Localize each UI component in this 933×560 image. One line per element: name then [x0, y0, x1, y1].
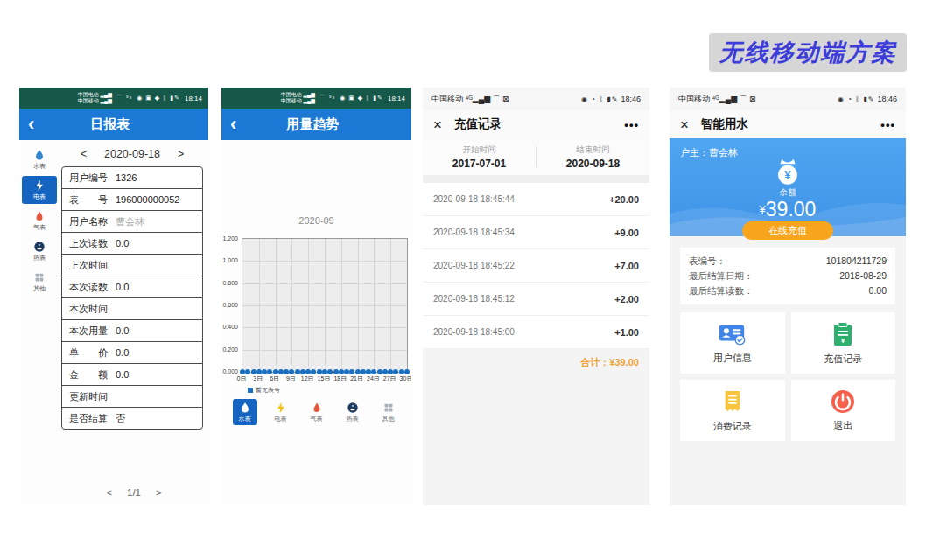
more-icon[interactable]: ••• — [880, 118, 895, 131]
other-meter-icon — [382, 402, 395, 414]
status-icons: ◉ ◔ ᛒ ▮✎ — [838, 95, 874, 103]
total-label: 合计： — [580, 356, 609, 369]
sidebar-item-electric[interactable]: 电表 — [22, 176, 57, 204]
svg-text:¥: ¥ — [784, 168, 791, 181]
app-bar: ‹ 用量趋势 — [221, 108, 411, 140]
gas-meter-icon — [33, 210, 46, 222]
info-row: 最后结算读数：0.00 — [689, 284, 887, 298]
sidebar-item-other[interactable]: 其他 — [22, 268, 57, 296]
field-label: 是否结算 — [69, 412, 108, 425]
recharge-time: 2020-09-18 18:45:44 — [433, 194, 515, 204]
recharge-time: 2020-09-18 18:45:00 — [433, 327, 515, 337]
report-table: 用户编号1326表 号196000000052用户名称曹会林上次读数0.0上次时… — [61, 166, 203, 430]
owner-name: 户主：曹会林 — [680, 146, 738, 159]
electric-meter-icon — [275, 402, 287, 414]
close-icon[interactable]: × — [433, 117, 442, 132]
start-date-picker[interactable]: 开始时间 2017-07-01 — [423, 138, 536, 175]
back-icon[interactable]: ‹ — [230, 115, 236, 134]
prev-date-button[interactable]: < — [81, 148, 87, 160]
table-row: 本次读数0.0 — [62, 276, 202, 298]
meter-type-sidebar: 水表电表气表热表其他 — [19, 140, 60, 505]
page-heading: 充值记录 — [454, 116, 502, 132]
x-axis-labels: 0日3日6日9日12日15日18日21日24日27日30日 — [242, 374, 406, 383]
recharge-amount: +9.00 — [614, 228, 639, 238]
more-icon[interactable]: ••• — [624, 118, 639, 131]
field-value: 0.0 — [116, 238, 129, 248]
field-label: 表 号 — [69, 193, 108, 206]
total-row: 合计： ¥39.00 — [423, 349, 649, 375]
table-row: 金 额0.0 — [62, 363, 202, 385]
recharge-amount: +1.00 — [614, 327, 639, 338]
sidebar-item-heat[interactable]: 热表 — [22, 237, 57, 265]
clock: 18:46 — [877, 94, 897, 103]
tile-recharge[interactable]: ¥充值记录 — [791, 312, 896, 374]
field-value: 0.0 — [116, 326, 129, 336]
legend-swatch — [248, 388, 253, 393]
tile-label: 用户信息 — [713, 352, 752, 365]
recharge-record-icon: ¥ — [831, 321, 854, 347]
recharge-time: 2020-09-18 18:45:12 — [433, 294, 515, 304]
table-row: 用户名称曹会林 — [62, 210, 202, 232]
field-label: 用户名称 — [69, 215, 108, 228]
heat-meter-icon — [33, 241, 46, 253]
table-row: 本次时间 — [62, 298, 202, 319]
field-label: 用户编号 — [69, 172, 108, 185]
recharge-amount: +20.00 — [609, 194, 639, 205]
close-icon[interactable]: × — [680, 117, 689, 132]
tab-gas[interactable]: 气表 — [305, 399, 329, 425]
divider — [423, 175, 649, 183]
sidebar-item-water[interactable]: 水表 — [22, 145, 57, 173]
table-row: 用户编号1326 — [62, 167, 202, 188]
info-label: 最后结算读数： — [689, 284, 754, 298]
sidebar-item-gas[interactable]: 气表 — [22, 206, 57, 234]
exit-icon — [831, 389, 855, 414]
signal-wifi-icons: ⌒ ⁵³ — [319, 94, 335, 102]
pagination: < 1/1 > — [60, 487, 208, 498]
recharge-amount: +2.00 — [614, 294, 639, 304]
total-value: ¥39.00 — [609, 357, 639, 368]
chart-title: 2020-09 — [221, 215, 411, 226]
info-value: 2018-08-29 — [839, 269, 887, 284]
back-icon[interactable]: ‹ — [28, 115, 34, 134]
canvas: 无线移动端方案 中国电信 ▂▄▆ 中国移动 ▂▄▆ ⌒ ⁵³ ◉ ▣ ◆ ᛒ ▮… — [0, 0, 933, 560]
table-row: 本次用量0.0 — [62, 319, 202, 341]
online-recharge-button[interactable]: 在线充值 — [742, 221, 833, 240]
next-page-button[interactable]: > — [156, 487, 162, 498]
other-meter-icon — [33, 271, 46, 284]
field-label: 本次读数 — [69, 281, 108, 294]
tab-electric[interactable]: 电表 — [269, 399, 293, 425]
gas-meter-icon — [311, 402, 323, 414]
info-value: 0.00 — [869, 284, 887, 298]
page-indicator: 1/1 — [127, 487, 141, 498]
field-value: 1326 — [116, 172, 137, 183]
legend-label: 暂无表号 — [256, 386, 280, 395]
chart-area: 2020-09 1.2001.0000.8000.6000.4000.2000.… — [221, 140, 411, 505]
meter-info-card: 表编号：101804211729最后结算日期：2018-08-29最后结算读数：… — [680, 248, 895, 304]
field-label: 上次读数 — [69, 237, 108, 250]
status-icons: ◉ ◔ ᛒ ▮✎ — [581, 95, 618, 103]
tile-user[interactable]: 用户信息 — [680, 312, 785, 374]
status-icons: ◉ ▣ ◆ ᛒ ▮✎ — [340, 94, 383, 102]
field-label: 更新时间 — [69, 390, 108, 403]
app-bar: ‹ 日报表 — [19, 108, 208, 140]
prev-page-button[interactable]: < — [106, 487, 112, 498]
end-date-picker[interactable]: 结束时间 2020-09-18 — [537, 138, 649, 175]
recharge-row: 2020-09-18 18:45:22+7.00 — [423, 249, 649, 283]
status-bar: 中国移动 ⁴ᴳ▂▄▆ ⌒ ⊠ ◉ ◔ ᛒ ▮✎ 18:46 — [670, 88, 906, 110]
info-label: 最后结算日期： — [689, 269, 754, 284]
table-row: 单 价0.0 — [62, 341, 202, 363]
mini-program-bar: × 充值记录 ••• — [423, 110, 649, 138]
field-value: 曹会林 — [116, 215, 144, 228]
tab-other[interactable]: 其他 — [376, 399, 401, 425]
status-bar: 中国移动 ⁴ᴳ▂▄▆ ⌒ ⊠ ◉ ◔ ᛒ ▮✎ 18:46 — [423, 88, 649, 110]
tab-heat[interactable]: 热表 — [340, 399, 365, 425]
recharge-time: 2020-09-18 18:45:34 — [433, 228, 515, 237]
recharge-row: 2020-09-18 18:45:34+9.00 — [423, 216, 649, 249]
tile-consume[interactable]: 消费记录 — [680, 380, 785, 441]
table-row: 表 号196000000052 — [62, 188, 202, 210]
tile-exit[interactable]: 退出 — [791, 380, 896, 441]
clock: 18:14 — [185, 94, 202, 102]
tab-water[interactable]: 水表 — [233, 399, 257, 425]
water-meter-icon — [239, 402, 251, 414]
next-date-button[interactable]: > — [178, 148, 184, 160]
